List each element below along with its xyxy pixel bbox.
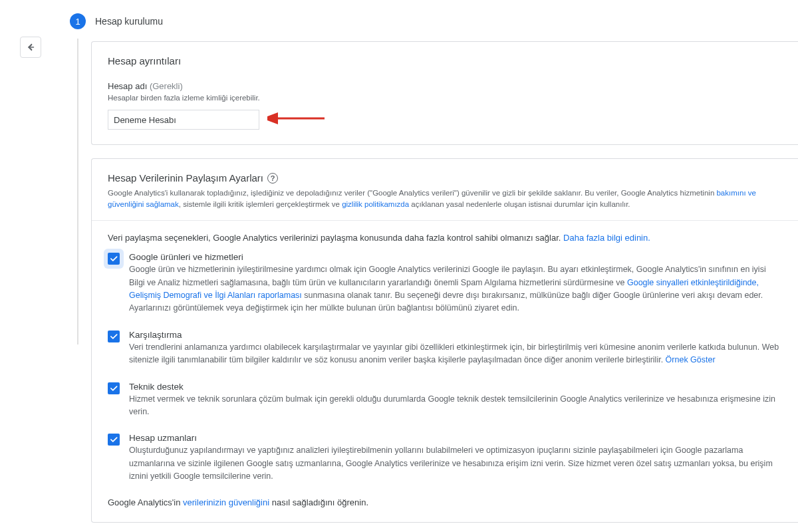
link-data-safety[interactable]: verilerinizin güvenliğini — [183, 497, 269, 507]
option-desc: Hizmet vermek ve teknik sorunlara çözüm … — [129, 393, 782, 419]
option-desc: Google ürün ve hizmetlerinin iyileştiril… — [129, 263, 782, 315]
step-number-badge: 1 — [70, 13, 86, 29]
account-name-label-text: Hesap adı — [108, 81, 147, 91]
sharing-title: Hesap Verilerinin Paylaşım Ayarları — [108, 172, 263, 184]
option-desc: Oluşturduğunuz yapılandırmayı ve yaptığı… — [129, 444, 782, 483]
option-account-specialists: Hesap uzmanları Oluşturduğunuz yapılandı… — [108, 433, 782, 483]
option-technical-support: Teknik destek Hizmet vermek ve teknik so… — [108, 382, 782, 419]
data-sharing-card: Hesap Verilerinin Paylaşım Ayarları ? Go… — [91, 158, 798, 523]
options-intro: Veri paylaşma seçenekleri, Google Analyt… — [108, 233, 782, 243]
option-title: Google ürünleri ve hizmetleri — [129, 252, 782, 262]
link-privacy-policy[interactable]: gizlilik politikamızda — [342, 200, 409, 208]
account-details-card: Hesap ayrıntıları Hesap adı (Gerekli) He… — [91, 41, 798, 145]
option-title: Hesap uzmanları — [129, 433, 782, 443]
sharing-footer: Google Analytics'in verilerinizin güvenl… — [108, 497, 782, 507]
checkbox-google-products[interactable] — [108, 253, 120, 265]
back-button[interactable] — [20, 37, 41, 58]
option-desc: Veri trendlerini anlamanıza yardımcı ola… — [129, 341, 782, 367]
checkbox-account-specialists[interactable] — [108, 434, 120, 446]
account-name-hint: Hesaplar birden fazla izleme kimliği içe… — [108, 94, 782, 102]
option-benchmarking: Karşılaştırma Veri trendlerini anlamanız… — [108, 330, 782, 367]
sharing-intro: Google Analytics'i kullanarak topladığın… — [108, 188, 782, 209]
card-title: Hesap ayrıntıları — [108, 55, 782, 66]
link-learn-more[interactable]: Daha fazla bilgi edinin. — [563, 233, 650, 243]
account-name-input[interactable] — [108, 110, 259, 130]
option-title: Teknik destek — [129, 382, 782, 392]
account-name-label: Hesap adı (Gerekli) — [108, 81, 782, 91]
option-title: Karşılaştırma — [129, 330, 782, 340]
checkbox-benchmarking[interactable] — [108, 331, 120, 342]
option-google-products: Google ürünleri ve hizmetleri Google ürü… — [108, 252, 782, 315]
step-header: 1 Hesap kurulumu — [70, 13, 798, 29]
help-icon[interactable]: ? — [267, 173, 278, 184]
step-title: Hesap kurulumu — [95, 16, 163, 27]
main-content: 1 Hesap kurulumu Hesap ayrıntıları Hesap… — [70, 13, 798, 532]
divider — [92, 220, 798, 221]
checkbox-technical-support[interactable] — [108, 382, 120, 394]
required-tag: (Gerekli) — [150, 81, 183, 91]
link-show-example[interactable]: Örnek Göster — [666, 355, 716, 364]
annotation-arrow — [267, 108, 327, 128]
